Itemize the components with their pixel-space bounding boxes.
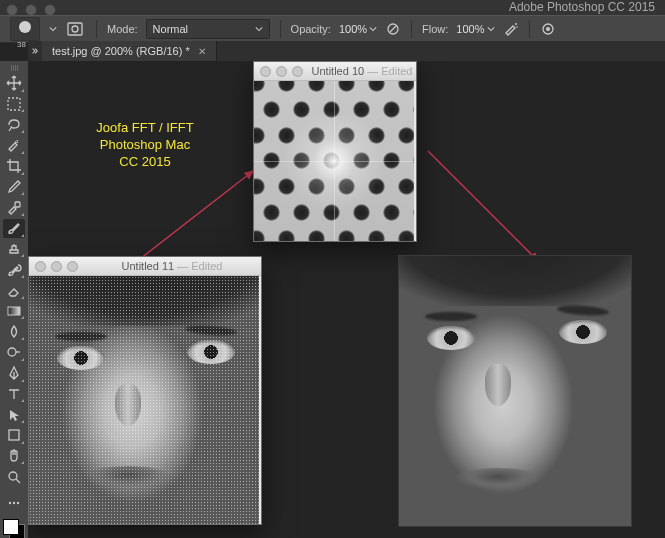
svg-point-3 (515, 23, 517, 25)
chevron-down-icon (49, 25, 57, 33)
document-tab-bar: test.jpg @ 200% (RGB/16) * ✕ (28, 41, 665, 62)
close-icon[interactable]: ✕ (198, 46, 206, 57)
svg-point-15 (17, 502, 19, 504)
opacity-value[interactable]: 100% (339, 23, 377, 35)
brush-preview-dot-icon (19, 21, 31, 33)
svg-rect-7 (8, 98, 20, 110)
annotation-line: Photoshop Mac (80, 136, 210, 153)
child-window-title: Untitled 11 — Edited (122, 260, 223, 272)
child-window-source[interactable]: Untitled 11 — Edited (28, 256, 262, 525)
blur-tool[interactable] (3, 322, 25, 341)
mode-label: Mode: (107, 23, 138, 35)
marquee-tool[interactable] (3, 95, 25, 114)
opacity-label: Opacity: (291, 23, 331, 35)
eyedropper-tool[interactable] (3, 178, 25, 197)
color-swatches[interactable] (3, 519, 25, 538)
traffic-close-icon[interactable] (260, 66, 271, 77)
traffic-zoom-icon[interactable] (292, 66, 303, 77)
svg-rect-11 (9, 430, 19, 440)
tab-overflow-toggle[interactable] (28, 41, 42, 61)
path-select-tool[interactable] (3, 405, 25, 424)
separator (411, 20, 412, 38)
healing-brush-tool[interactable] (3, 198, 25, 217)
child-window-fft[interactable]: Untitled 10 — Edited (253, 61, 417, 242)
brush-preview[interactable]: 38 (10, 17, 40, 41)
source-image (29, 276, 259, 524)
annotation-line: Joofa FFT / IFFT (80, 119, 210, 136)
window-subtitle-text: — Edited (367, 65, 412, 77)
panel-grip-icon[interactable] (4, 65, 24, 71)
svg-point-14 (13, 502, 15, 504)
shape-tool[interactable] (3, 426, 25, 445)
pressure-size-icon (540, 21, 556, 37)
app-title: Adobe Photoshop CC 2015 (0, 0, 665, 15)
double-chevron-icon (31, 47, 39, 55)
fft-spectrum-image (254, 81, 414, 241)
brush-panel-toggle[interactable] (66, 19, 86, 39)
edit-toolbar-button[interactable] (3, 494, 25, 513)
chevron-down-icon (255, 25, 263, 33)
separator (529, 20, 530, 38)
history-brush-tool[interactable] (3, 260, 25, 279)
panel-icon (66, 19, 86, 39)
svg-rect-8 (15, 202, 20, 207)
pen-tool[interactable] (3, 364, 25, 383)
svg-point-10 (8, 348, 16, 356)
traffic-minimize-icon[interactable] (276, 66, 287, 77)
tablet-pressure-opacity-button[interactable] (385, 21, 401, 37)
child-window-title: Untitled 10 — Edited (312, 65, 413, 77)
window-title-text: Untitled 11 (122, 260, 175, 272)
annotation-line: CC 2015 (80, 153, 210, 170)
separator (280, 20, 281, 38)
type-tool[interactable] (3, 385, 25, 404)
chevron-down-icon (487, 25, 495, 33)
child-window-titlebar[interactable]: Untitled 10 — Edited (254, 62, 416, 81)
pressure-icon (385, 21, 401, 37)
separator (96, 20, 97, 38)
svg-point-6 (546, 27, 550, 31)
move-tool[interactable] (3, 74, 25, 93)
document-tab[interactable]: test.jpg @ 200% (RGB/16) * ✕ (42, 41, 217, 61)
svg-point-12 (9, 472, 17, 480)
tablet-pressure-size-button[interactable] (540, 21, 556, 37)
eraser-tool[interactable] (3, 281, 25, 300)
brush-preset-dropdown[interactable] (48, 18, 58, 40)
brush-size-value: 38 (17, 40, 26, 49)
flow-number: 100% (456, 23, 484, 35)
tools-panel (0, 61, 29, 538)
svg-point-1 (72, 26, 78, 32)
child-window-titlebar[interactable]: Untitled 11 — Edited (29, 257, 261, 276)
flow-value[interactable]: 100% (456, 23, 494, 35)
opacity-number: 100% (339, 23, 367, 35)
options-bar: 38 Mode: Normal Opacity: 100% Flow: 100% (0, 15, 665, 43)
document-tab-title: test.jpg @ 200% (RGB/16) * (52, 45, 190, 57)
window-subtitle-text: — Edited (177, 260, 222, 272)
result-image (399, 256, 631, 526)
lasso-tool[interactable] (3, 115, 25, 134)
traffic-zoom-icon[interactable] (67, 261, 78, 272)
brush-tool[interactable] (3, 219, 25, 238)
airbrush-button[interactable] (503, 21, 519, 37)
crop-tool[interactable] (3, 157, 25, 176)
chevron-down-icon (369, 25, 377, 33)
clone-stamp-tool[interactable] (3, 240, 25, 259)
svg-line-17 (428, 151, 538, 261)
result-image-container (398, 255, 632, 527)
svg-point-4 (516, 26, 518, 28)
quick-select-tool[interactable] (3, 136, 25, 155)
dodge-tool[interactable] (3, 343, 25, 362)
zoom-tool[interactable] (3, 467, 25, 486)
canvas-area[interactable]: Joofa FFT / IFFT Photoshop Mac CC 2015 U… (28, 61, 665, 538)
blend-mode-value: Normal (153, 23, 188, 35)
flow-label: Flow: (422, 23, 448, 35)
blend-mode-select[interactable]: Normal (146, 19, 270, 39)
annotation-text: Joofa FFT / IFFT Photoshop Mac CC 2015 (80, 119, 210, 170)
traffic-minimize-icon[interactable] (51, 261, 62, 272)
svg-rect-0 (68, 23, 82, 35)
window-title-text: Untitled 10 (312, 65, 365, 77)
traffic-close-icon[interactable] (35, 261, 46, 272)
svg-point-13 (9, 502, 11, 504)
hand-tool[interactable] (3, 447, 25, 466)
gradient-tool[interactable] (3, 302, 25, 321)
foreground-color-swatch[interactable] (3, 519, 19, 535)
